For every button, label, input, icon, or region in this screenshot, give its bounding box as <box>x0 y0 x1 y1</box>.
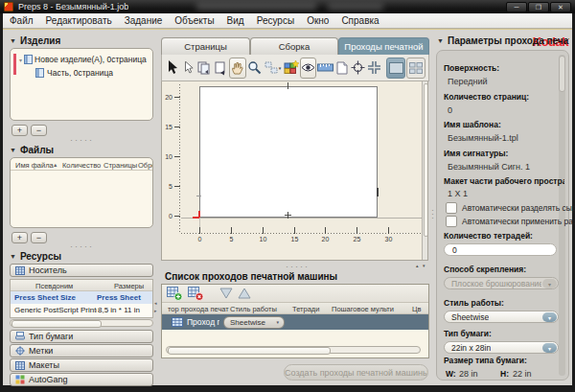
canvas-vscrollbar[interactable] <box>422 81 428 260</box>
tab-assembly[interactable]: Сборка <box>250 37 338 55</box>
signature-count-input[interactable]: 0 <box>444 243 557 256</box>
tab-pages[interactable]: Страницы <box>161 37 250 55</box>
marquee-group-tool-button[interactable]: ▾ <box>263 58 282 78</box>
product-tree-item[interactable]: ▾ Новое изделие(А), 0страница <box>19 55 147 64</box>
media-accordion-button[interactable]: Носитель <box>10 264 153 277</box>
gang-pages-icon <box>284 60 299 75</box>
inspector-splitter[interactable]: ··· <box>429 36 436 381</box>
pr-col-workstyle[interactable]: Стиль работы <box>230 305 277 313</box>
autogang-accordion-button[interactable]: AutoGang <box>10 373 153 386</box>
tab-press-runs[interactable]: Проходы печатной маши <box>338 37 429 55</box>
files-col-trim[interactable]: Обрезк <box>138 161 152 170</box>
minimize-button[interactable]: ─ <box>506 2 527 12</box>
copy-page-icon <box>196 60 212 76</box>
menu-job[interactable]: Задание <box>125 15 163 26</box>
menu-help[interactable]: Справка <box>341 15 379 26</box>
close-button[interactable]: ✕ <box>550 2 571 12</box>
move-up-button[interactable] <box>238 288 251 299</box>
files-col-name[interactable]: Имя файла <box>15 161 54 170</box>
delete-press-run-button[interactable] <box>188 287 204 301</box>
sort-asc-icon: ▲ <box>53 162 58 168</box>
press-run-hscrollbar[interactable] <box>166 346 421 354</box>
media-table-hscrollbar[interactable] <box>10 319 153 327</box>
autogang-tool-button[interactable] <box>284 58 299 78</box>
part-item-label: Часть, 0страница <box>47 68 113 78</box>
inspector-header[interactable]: ▼ Параметры прохода печатной маши <box>437 35 569 46</box>
files-col-pages[interactable]: Страницы <box>104 161 137 170</box>
files-col-count[interactable]: Количество <box>62 161 101 170</box>
splitter-collapse-down-icon[interactable]: ▾ <box>423 263 426 268</box>
remove-product-button[interactable]: − <box>31 125 47 136</box>
title-bar[interactable]: Preps 8 - Безымянный-1.job ─ ❐ ✕ <box>0 0 575 13</box>
resources-section-header[interactable]: ▼ Ресурсы <box>10 251 61 262</box>
preview-toggle-button[interactable] <box>300 58 317 79</box>
splitter-collapse-up-icon[interactable]: ▴ <box>416 263 419 268</box>
menu-file[interactable]: Файл <box>10 15 34 26</box>
copy-page-tool-button[interactable] <box>196 58 212 78</box>
scrollbar-thumb[interactable] <box>12 320 102 328</box>
splitter-grip: ····· <box>286 264 310 269</box>
add-press-run-button[interactable] <box>167 287 183 301</box>
media-col-alias[interactable]: Псевдоним <box>35 282 73 290</box>
menu-view[interactable]: Вид <box>227 15 244 26</box>
checkbox[interactable] <box>446 202 457 214</box>
templates-icon <box>15 361 25 370</box>
autogang-label: AutoGang <box>29 375 68 384</box>
imposition-canvas[interactable]: 20 15 10 5 0 0 5 10 15 20 25 30 <box>161 81 428 261</box>
split-align-button[interactable] <box>366 58 381 78</box>
pr-col-stepmulti[interactable]: Пошаговое мульти <box>332 305 394 313</box>
center-marks-button[interactable] <box>351 58 366 78</box>
measure-tool-button[interactable] <box>317 58 334 78</box>
move-down-button[interactable] <box>219 288 233 299</box>
product-part-item[interactable]: Часть, 0страница <box>35 68 113 78</box>
pr-col-colors[interactable]: Цв <box>412 305 422 313</box>
template-name-value: Безымянный-1.tpl <box>448 133 518 143</box>
splitter-grip[interactable]: ····· <box>70 243 94 249</box>
menu-window[interactable]: Окно <box>307 15 329 26</box>
pr-col-signatures[interactable]: Тетради <box>292 305 319 313</box>
row-workstyle-dropdown[interactable]: Sheetwise ▾ <box>223 316 285 329</box>
media-col-size[interactable]: Размеры <box>114 282 144 290</box>
paper-type-dropdown[interactable]: 22in x 28in ▾ <box>444 341 559 354</box>
menu-resources[interactable]: Ресурсы <box>257 15 294 26</box>
press-sheet[interactable] <box>199 86 378 218</box>
page-info-button[interactable] <box>334 58 350 78</box>
page-count-label: Количество страниц: <box>444 92 529 102</box>
crosshair-icon <box>351 60 365 75</box>
workstyle-dropdown[interactable]: Sheetwise ▾ <box>444 311 559 323</box>
single-view-toggle[interactable] <box>386 58 405 79</box>
scrollbar-thumb[interactable] <box>559 56 565 92</box>
menu-objects[interactable]: Объекты <box>174 15 214 26</box>
add-file-button[interactable]: + <box>12 232 28 243</box>
v-ruler-label: 0 <box>162 213 172 219</box>
splitter-grip[interactable]: ····· <box>70 137 94 143</box>
pan-tool-button[interactable] <box>229 58 246 79</box>
select-tool-button[interactable] <box>165 58 180 78</box>
media-row-press-sheet[interactable]: Press Sheet Size Press Sheet <box>11 291 153 304</box>
remove-file-button[interactable]: − <box>31 232 47 243</box>
add-product-button[interactable]: + <box>12 125 28 136</box>
press-run-row-selected[interactable]: Проход пе Sheetwise ▾ <box>162 314 428 330</box>
files-section-header[interactable]: ▼ Файлы <box>10 145 54 155</box>
scrollbar-thumb[interactable] <box>168 347 331 355</box>
media-row-printer[interactable]: Generic PostScript Printer 8,5 in * 11 i… <box>11 304 153 316</box>
checkbox[interactable] <box>446 216 457 227</box>
marks-accordion-button[interactable]: Метки <box>10 344 153 357</box>
auto-split-checkbox-row[interactable]: Автоматически разделять сырье <box>446 202 575 214</box>
surface-label: Поверхность: <box>444 63 499 73</box>
pr-col-id[interactable]: тор прохода печат <box>168 305 229 313</box>
paper-type-accordion-button[interactable]: Тип бумаги <box>10 330 153 343</box>
maximize-button[interactable]: ❐ <box>528 2 549 12</box>
templates-accordion-button[interactable]: Макеты <box>10 358 153 372</box>
direct-select-tool-button[interactable] <box>181 58 196 78</box>
create-press-runs-button[interactable]: Создать проходы печатной машины <box>284 364 428 380</box>
auto-apply-size-checkbox-row[interactable]: Автоматически применить размер <box>446 216 575 227</box>
zoom-tool-button[interactable] <box>247 58 263 78</box>
panel-collapse-left-icon[interactable]: ◂ <box>154 301 157 306</box>
products-section-header[interactable]: ▼ Изделия <box>10 35 60 46</box>
origin-mark-v <box>198 211 200 218</box>
panel-collapse-right-icon[interactable]: ▸ <box>154 309 157 313</box>
multi-view-toggle[interactable] <box>406 58 426 79</box>
menu-edit[interactable]: Редактировать <box>46 15 112 26</box>
move-page-tool-button[interactable] <box>213 58 228 78</box>
